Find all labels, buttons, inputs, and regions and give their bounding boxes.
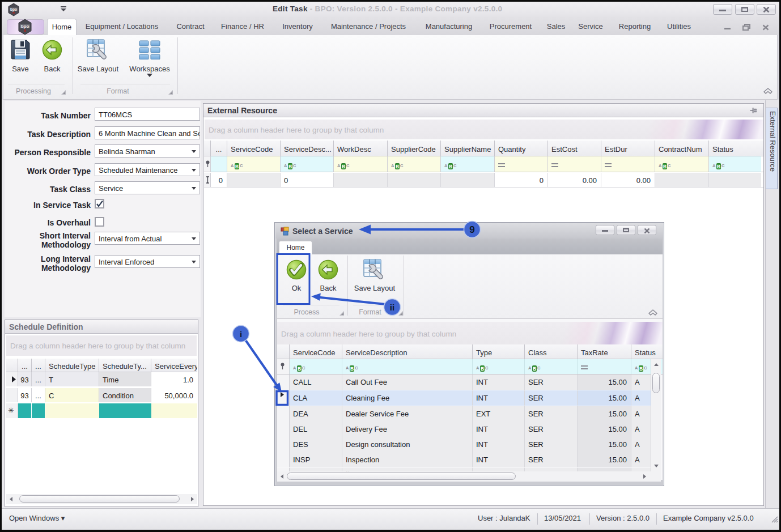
svg-text:bpo: bpo bbox=[21, 24, 29, 29]
svg-text:bpo: bpo bbox=[10, 7, 17, 12]
